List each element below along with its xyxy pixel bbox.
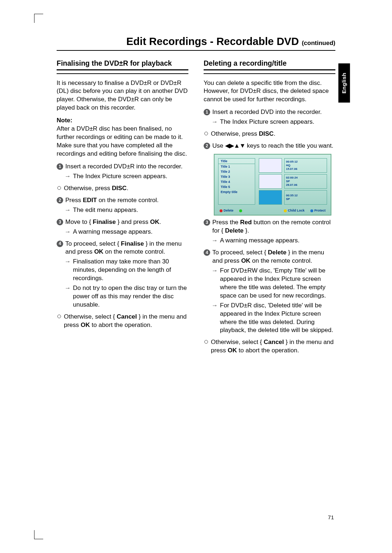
red-dot-icon — [220, 209, 222, 212]
step-text: Insert a recorded DVD into the recorder. — [212, 108, 335, 116]
list-item: Title 2 — [219, 169, 255, 174]
list-item: Title 1 — [219, 164, 255, 169]
step-text: Press the Red button on the remote contr… — [212, 218, 335, 235]
thumbnail-meta: 02:00:24 SP 28.07.06 — [284, 174, 327, 189]
step-3-result: → A warning message appears. — [65, 228, 188, 236]
result-text: A warning message appears. — [220, 237, 335, 245]
arrow-right-icon: → — [212, 237, 218, 245]
crop-mark-top — [34, 14, 43, 23]
arrow-right-icon: → — [65, 206, 71, 214]
arrow-right-icon: → — [65, 228, 71, 236]
column-left: Finalising the DVD±R for playback It is … — [57, 59, 188, 359]
step-4-result-1: → Finalisation may take more than 30 min… — [65, 258, 188, 283]
bullet-icon — [57, 313, 62, 329]
result-text: A warning message appears. — [73, 228, 188, 236]
bullet-text: Otherwise, select { Cancel } in the menu… — [64, 313, 188, 329]
column-right: Deleting a recording/title You can delet… — [204, 59, 335, 359]
list-header: Title — [219, 159, 255, 164]
note-label: Note: — [57, 116, 188, 125]
step-3: 3 Press the Red button on the remote con… — [204, 218, 335, 235]
result-text: The Index Picture screen appears. — [73, 172, 188, 181]
bullet-text: Otherwise, press DISC. — [211, 130, 335, 138]
alt-bullet: Otherwise, press DISC. — [57, 184, 188, 193]
yellow-dot-icon — [284, 209, 287, 212]
bullet-text: Otherwise, select { Cancel } in the menu… — [211, 338, 335, 355]
legend-green — [239, 208, 243, 213]
screen-legend: Delete Child Lock Protect — [218, 208, 327, 213]
thumbnail — [259, 174, 282, 189]
heading-rule — [57, 69, 188, 74]
step-4: 4 To proceed, select { Finalise } in the… — [57, 240, 188, 257]
page-title: Edit Recordings - Recordable DVD (contin… — [57, 34, 335, 51]
step-text: To proceed, select { Delete } in the men… — [212, 249, 335, 265]
intro-text: It is necessary to finalise a DVD±R or D… — [57, 79, 188, 112]
arrow-right-icon: → — [212, 267, 218, 300]
list-item: Title 5 — [219, 184, 255, 189]
cancel-bullet: Otherwise, select { Cancel } in the menu… — [204, 338, 335, 355]
green-dot-icon — [239, 209, 242, 212]
step-text: Insert a recorded DVD±R into the recorde… — [65, 163, 188, 171]
thumbnail — [259, 190, 282, 205]
title-list: Title Title 1 Title 2 Title 3 Title 4 Ti… — [218, 158, 255, 205]
arrow-right-icon: → — [212, 302, 218, 335]
result-text: Finalisation may take more than 30 minut… — [73, 258, 188, 283]
section-heading-deleting: Deleting a recording/title — [204, 59, 335, 67]
thumbnail-meta: 00:35:12 SP — [284, 190, 327, 205]
result-text: For DVD±RW disc, 'Empty Title' will be a… — [220, 267, 335, 300]
title-main: Edit Recordings - Recordable DVD — [126, 36, 299, 47]
list-item: Title 4 — [219, 179, 255, 184]
step-3-result: → A warning message appears. — [212, 237, 335, 245]
step-number-icon: 3 — [57, 219, 63, 225]
arrow-right-icon: → — [65, 172, 71, 181]
thumbnail-meta: 00:05:12 HQ 15.07.06 — [284, 158, 327, 173]
step-1-result: → The Index Picture screen appears. — [212, 118, 335, 126]
step-text: To proceed, select { Finalise } in the m… — [65, 240, 188, 257]
legend-childlock: Child Lock — [284, 208, 305, 213]
step-4: 4 To proceed, select { Delete } in the m… — [204, 249, 335, 265]
blue-dot-icon — [310, 209, 313, 212]
page-number: 71 — [328, 514, 334, 521]
title-continued: (continued) — [302, 40, 335, 46]
result-text: Do not try to open the disc tray or turn… — [73, 284, 188, 309]
step-number-icon: 3 — [204, 219, 210, 226]
legend-delete: Delete — [220, 208, 233, 213]
step-number-icon: 1 — [57, 163, 63, 170]
result-text: The Index Picture screen appears. — [220, 118, 335, 126]
step-3: 3 Move to { Finalise } and press OK. — [57, 218, 188, 226]
step-number-icon: 1 — [204, 109, 210, 115]
bullet-icon — [204, 130, 209, 138]
result-text: For DVD±R disc, 'Deleted title' will be … — [220, 302, 335, 335]
dpad-arrows-icon: ◀▶▲▼ — [225, 142, 245, 149]
step-text: Use ◀▶▲▼ keys to reach the title you wan… — [212, 142, 335, 150]
step-4-result-2: → Do not try to open the disc tray or tu… — [65, 284, 188, 309]
result-text: The edit menu appears. — [73, 206, 188, 214]
list-item: Title 3 — [219, 174, 255, 179]
step-1-result: → The Index Picture screen appears. — [65, 172, 188, 181]
step-1: 1 Insert a recorded DVD into the recorde… — [204, 108, 335, 116]
alt-bullet: Otherwise, press DISC. — [204, 130, 335, 138]
thumbnail-column: 00:05:12 HQ 15.07.06 02:00:24 SP 28.07.0… — [259, 158, 327, 205]
list-item: Empty title — [219, 189, 255, 194]
step-text: Move to { Finalise } and press OK. — [65, 218, 188, 226]
cancel-bullet: Otherwise, select { Cancel } in the menu… — [57, 313, 188, 329]
arrow-right-icon: → — [65, 284, 71, 309]
step-2: 2 Use ◀▶▲▼ keys to reach the title you w… — [204, 142, 335, 150]
bullet-text: Otherwise, press DISC. — [64, 184, 188, 193]
index-picture-screen: Title Title 1 Title 2 Title 3 Title 4 Ti… — [214, 154, 331, 216]
arrow-right-icon: → — [65, 258, 71, 283]
step-1: 1 Insert a recorded DVD±R into the recor… — [57, 163, 188, 171]
step-2: 2 Press EDIT on the remote control. — [57, 196, 188, 205]
step-4-result-2: → For DVD±R disc, 'Deleted title' will b… — [212, 302, 335, 335]
step-number-icon: 2 — [57, 197, 63, 204]
step-number-icon: 4 — [57, 241, 63, 247]
step-number-icon: 4 — [204, 249, 210, 256]
step-4-result-1: → For DVD±RW disc, 'Empty Title' will be… — [212, 267, 335, 300]
section-heading-finalising: Finalising the DVD±R for playback — [57, 59, 188, 67]
legend-protect: Protect — [310, 208, 326, 213]
heading-rule — [204, 69, 335, 74]
language-tab: English — [338, 64, 350, 103]
step-number-icon: 2 — [204, 143, 210, 149]
crop-mark-bottom — [34, 530, 43, 539]
step-2-result: → The edit menu appears. — [65, 206, 188, 214]
arrow-right-icon: → — [212, 118, 218, 126]
